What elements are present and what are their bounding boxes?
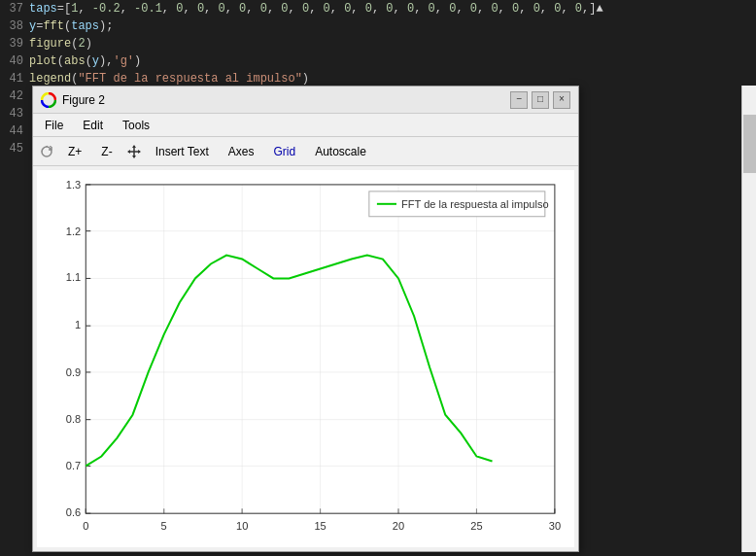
svg-text:1.2: 1.2 bbox=[66, 226, 81, 237]
figure-plot-area: 1.3 1.2 1.1 1 0.9 0.8 0.7 bbox=[37, 170, 574, 547]
svg-text:0: 0 bbox=[83, 520, 88, 532]
figure-menubar: File Edit Tools bbox=[33, 114, 578, 137]
svg-text:1.1: 1.1 bbox=[66, 271, 81, 283]
svg-text:0.6: 0.6 bbox=[66, 506, 81, 518]
scrollbar-thumb[interactable] bbox=[743, 115, 756, 173]
menu-file[interactable]: File bbox=[41, 117, 67, 134]
octave-icon bbox=[41, 92, 56, 108]
svg-text:10: 10 bbox=[236, 520, 248, 532]
pan-icon[interactable] bbox=[126, 144, 142, 159]
menu-edit[interactable]: Edit bbox=[79, 117, 107, 134]
code-line-37: 37 taps=[1, -0.2, -0.1, 0, 0, 0, 0, 0, 0… bbox=[0, 0, 756, 17]
svg-text:0.7: 0.7 bbox=[66, 460, 81, 471]
minimize-button[interactable]: − bbox=[510, 91, 528, 109]
svg-text:0.9: 0.9 bbox=[66, 366, 81, 378]
svg-text:20: 20 bbox=[393, 520, 404, 532]
svg-text:1: 1 bbox=[75, 319, 81, 330]
figure-window: Figure 2 − □ × File Edit Tools Z+ Z- bbox=[32, 86, 579, 552]
figure-titlebar: Figure 2 − □ × bbox=[33, 87, 578, 114]
svg-text:30: 30 bbox=[549, 520, 561, 532]
svg-text:0.8: 0.8 bbox=[66, 413, 81, 425]
scrollbar[interactable] bbox=[741, 86, 756, 552]
menu-tools[interactable]: Tools bbox=[119, 117, 154, 134]
axes-button[interactable]: Axes bbox=[223, 143, 260, 160]
zoom-in-button[interactable]: Z+ bbox=[62, 143, 87, 160]
maximize-button[interactable]: □ bbox=[532, 91, 549, 109]
code-line-39: 39 figure(2) bbox=[0, 35, 756, 52]
svg-marker-5 bbox=[132, 156, 136, 158]
svg-marker-4 bbox=[132, 145, 136, 148]
figure-title: Figure 2 bbox=[62, 93, 105, 107]
rotate-icon[interactable] bbox=[39, 144, 54, 159]
grid-button[interactable]: Grid bbox=[268, 143, 302, 160]
svg-rect-8 bbox=[37, 170, 574, 547]
close-button[interactable]: × bbox=[553, 91, 570, 109]
svg-text:25: 25 bbox=[470, 520, 482, 532]
svg-marker-7 bbox=[138, 150, 141, 154]
svg-text:1.3: 1.3 bbox=[66, 179, 81, 191]
svg-marker-6 bbox=[127, 150, 130, 154]
svg-text:5: 5 bbox=[161, 520, 167, 532]
code-line-40: 40 plot(abs(y),'g') bbox=[0, 52, 756, 70]
zoom-out-button[interactable]: Z- bbox=[95, 143, 118, 160]
insert-text-button[interactable]: Insert Text bbox=[150, 143, 215, 160]
figure-toolbar: Z+ Z- Insert Text Axes Grid Autoscale bbox=[33, 137, 578, 166]
plot-svg: 1.3 1.2 1.1 1 0.9 0.8 0.7 bbox=[37, 170, 574, 547]
window-controls: − □ × bbox=[510, 91, 570, 109]
autoscale-button[interactable]: Autoscale bbox=[309, 143, 372, 160]
figure-title-left: Figure 2 bbox=[41, 92, 105, 108]
code-line-38: 38 y=fft(taps); bbox=[0, 17, 756, 35]
legend-text: FFT de la respuesta al impulso bbox=[401, 198, 549, 210]
svg-text:15: 15 bbox=[314, 520, 326, 532]
